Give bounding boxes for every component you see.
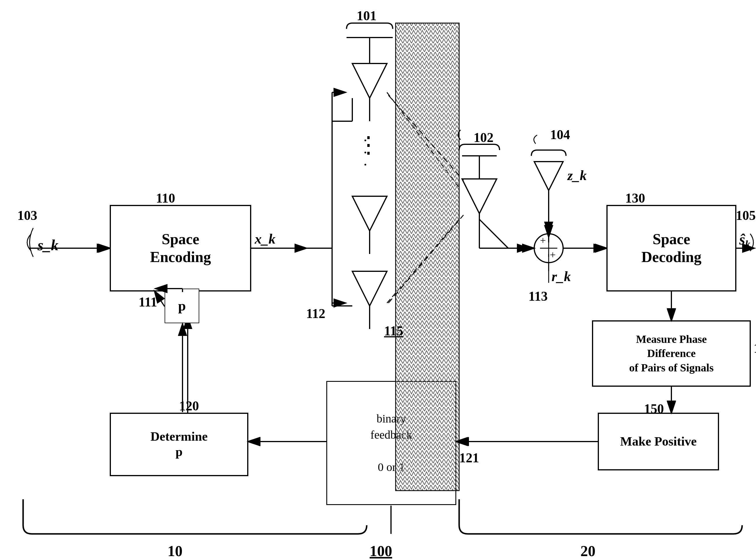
ref-150: 150	[644, 401, 664, 417]
svg-text:+: +	[550, 249, 556, 261]
space-decoding-box: Space Decoding	[606, 205, 736, 291]
zk-label: z_k	[567, 167, 587, 183]
ref-112: 112	[306, 306, 325, 321]
ref-102: 102	[474, 130, 494, 145]
space-decoding-label: Space Decoding	[641, 230, 701, 266]
binary-feedback-box: binary feedback 0 or 1	[326, 381, 456, 505]
determine-p-box: Determine p	[110, 413, 249, 476]
ref-121: 121	[459, 450, 479, 466]
binary-feedback-label: binary feedback 0 or 1	[370, 411, 412, 475]
ref-10: 10	[168, 542, 182, 559]
svg-line-10	[387, 92, 459, 187]
svg-line-54	[388, 215, 463, 303]
ref-113: 113	[528, 289, 547, 304]
svg-line-12	[479, 219, 508, 248]
ref-120: 120	[179, 398, 199, 413]
svg-marker-30	[352, 196, 387, 231]
ref-111: 111	[138, 294, 157, 310]
rk-label: r_k	[552, 268, 571, 284]
measure-phase-label: Measure Phase Difference of Pairs of Sig…	[629, 332, 714, 375]
ref-104: 104	[550, 127, 570, 142]
svg-marker-26	[352, 64, 387, 98]
svg-line-53	[388, 95, 463, 180]
svg-text:+: +	[540, 234, 546, 246]
ref-130: 130	[625, 191, 645, 206]
ref-101: 101	[357, 8, 376, 23]
measure-phase-box: Measure Phase Difference of Pairs of Sig…	[592, 320, 751, 387]
sk-input-label: s_k	[38, 237, 58, 254]
ref-103: 103	[17, 208, 37, 223]
ref-20: 20	[580, 542, 596, 559]
space-encoding-box: Space Encoding	[110, 205, 251, 291]
make-positive-label: Make Positive	[620, 434, 696, 449]
svg-marker-38	[534, 162, 563, 191]
dots-vertical-label: ⋮	[357, 138, 380, 152]
ref-100: 100	[370, 542, 392, 559]
xk-label: x_k	[255, 231, 276, 247]
sk-hat-label: ŝk	[739, 231, 750, 250]
ref-110: 110	[156, 191, 175, 206]
ref-105: 105	[736, 208, 756, 223]
p-box: p	[165, 289, 199, 323]
determine-p-label: Determine p	[150, 429, 208, 460]
make-positive-box: Make Positive	[598, 413, 719, 470]
p-label: p	[178, 297, 186, 314]
space-encoding-label: Space Encoding	[150, 230, 211, 266]
svg-line-11	[387, 219, 459, 303]
svg-marker-34	[462, 179, 497, 214]
svg-point-41	[534, 234, 563, 263]
ref-115: 115	[384, 323, 403, 338]
svg-marker-32	[352, 271, 387, 306]
ref-140: 140	[754, 340, 756, 356]
